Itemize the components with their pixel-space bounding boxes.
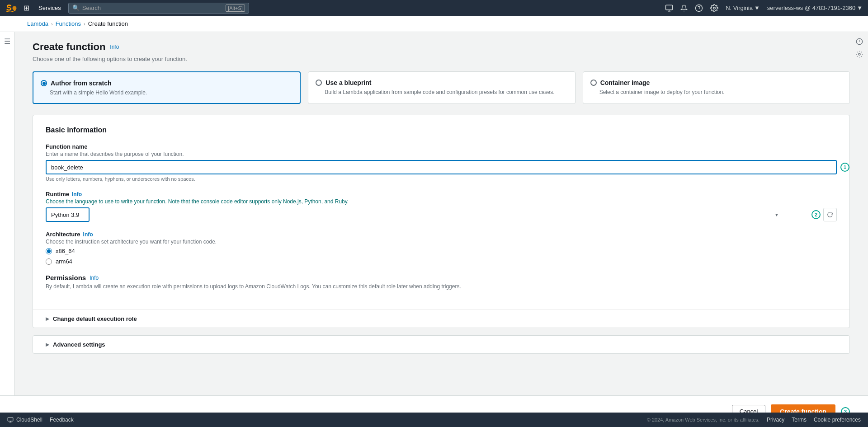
option-blueprint[interactable]: Use a blueprint Build a Lambda applicati… [308, 71, 575, 104]
cloudshell-label: CloudShell [16, 417, 42, 423]
account-chevron: ▼ [857, 5, 863, 11]
runtime-step-container: 2 [811, 208, 837, 221]
arch-x86-label: x86_64 [56, 248, 75, 254]
side-info-icon[interactable] [854, 36, 865, 47]
sidebar: ☰ [0, 32, 14, 427]
function-name-input[interactable] [46, 160, 837, 174]
arch-arm64-option[interactable]: arm64 [46, 258, 837, 265]
architecture-radio-group: x86_64 arm64 [46, 248, 837, 265]
option-author-desc: Start with a simple Hello World example. [50, 89, 292, 96]
basic-info-panel: Basic information Function name Enter a … [33, 115, 850, 328]
execution-role-label: Change default execution role [53, 315, 137, 322]
function-name-label: Function name [46, 143, 837, 150]
arch-arm64-radio[interactable] [46, 258, 52, 265]
advanced-settings-collapsible[interactable]: ▶ Advanced settings [33, 336, 849, 353]
function-name-hint: Enter a name that describes the purpose … [46, 151, 837, 157]
bell-icon[interactable] [680, 4, 688, 12]
aws-logo[interactable] [5, 4, 18, 12]
option-container-label: Container image [600, 79, 650, 86]
page-title-row: Create function Info [33, 41, 850, 53]
services-button[interactable]: Services [35, 3, 65, 13]
basic-info-body: Basic information Function name Enter a … [33, 115, 849, 310]
account-selector[interactable]: serverless-ws @ 4783-7191-2360 ▼ [767, 5, 863, 11]
permissions-desc: By default, Lambda will create an execut… [46, 283, 837, 290]
architecture-group: Architecture Info Choose the instruction… [46, 231, 837, 265]
runtime-step-badge: 2 [811, 210, 821, 219]
option-container[interactable]: Container image Select a container image… [583, 71, 850, 104]
execution-role-chevron: ▶ [46, 316, 49, 321]
nav-right: N. Virginia ▼ serverless-ws @ 4783-7191-… [665, 4, 863, 12]
breadcrumb-bar: Lambda › Functions › Create function [0, 16, 868, 32]
svg-point-7 [859, 53, 860, 55]
region-label: N. Virginia [726, 5, 753, 11]
search-input[interactable] [82, 5, 223, 11]
settings-icon[interactable] [710, 4, 718, 12]
runtime-select-wrapper: Python 3.9 Python 3.10 Python 3.11 Node.… [46, 207, 837, 222]
footer: CloudShell Feedback © 2024, Amazon Web S… [0, 413, 868, 427]
option-blueprint-label: Use a blueprint [326, 79, 371, 86]
arch-arm64-label: arm64 [56, 258, 72, 265]
search-icon: 🔍 [72, 5, 80, 11]
footer-copyright: © 2024, Amazon Web Services, Inc. or its… [647, 417, 760, 422]
advanced-settings-chevron: ▶ [46, 342, 49, 347]
option-author-from-scratch[interactable]: Author from scratch Start with a simple … [33, 71, 301, 104]
permissions-title-row: Permissions Info [46, 274, 837, 282]
right-side-icons [851, 32, 868, 64]
advanced-settings-label: Advanced settings [53, 341, 105, 348]
runtime-refresh-button[interactable] [823, 208, 837, 221]
runtime-select-container: Python 3.9 Python 3.10 Python 3.11 Node.… [46, 207, 808, 222]
permissions-info-link[interactable]: Info [90, 275, 99, 281]
option-blueprint-header: Use a blueprint [316, 79, 567, 86]
sidebar-toggle[interactable]: ☰ [2, 36, 13, 47]
svg-rect-8 [8, 418, 13, 421]
page-title: Create function [33, 41, 105, 53]
page-info-link[interactable]: Info [110, 44, 119, 50]
architecture-label-row: Architecture Info [46, 231, 837, 238]
breadcrumb-lambda[interactable]: Lambda [27, 20, 48, 27]
function-name-step-badge: 1 [840, 163, 849, 172]
option-blueprint-radio[interactable] [316, 80, 322, 86]
svg-rect-0 [666, 5, 673, 10]
arch-x86-option[interactable]: x86_64 [46, 248, 837, 254]
function-name-validation: Use only letters, numbers, hyphens, or u… [46, 176, 837, 182]
cloud-icon[interactable] [665, 4, 673, 12]
select-chevron-icon: ▼ [774, 212, 779, 217]
breadcrumb-current: Create function [88, 20, 128, 27]
top-navigation: ⊞ Services 🔍 [Alt+S] N. Virginia ▼ serve… [0, 0, 868, 16]
execution-role-collapsible[interactable]: ▶ Change default execution role [33, 310, 849, 328]
main-content: Create function Info Choose one of the f… [14, 32, 868, 427]
side-settings-icon[interactable] [854, 48, 865, 60]
option-cards: Author from scratch Start with a simple … [33, 71, 850, 104]
option-author-radio[interactable] [41, 80, 47, 86]
arch-x86-radio[interactable] [46, 248, 52, 254]
option-container-radio[interactable] [590, 80, 597, 86]
architecture-hint: Choose the instruction set architecture … [46, 239, 837, 245]
runtime-info-link[interactable]: Info [72, 191, 82, 197]
cookie-preferences-link[interactable]: Cookie preferences [814, 417, 861, 423]
grid-icon[interactable]: ⊞ [22, 2, 31, 14]
terms-link[interactable]: Terms [792, 417, 807, 423]
region-chevron: ▼ [754, 5, 760, 11]
account-label: serverless-ws @ 4783-7191-2360 [767, 5, 855, 11]
runtime-label-row: Runtime Info [46, 191, 837, 197]
function-name-group: Function name Enter a name that describe… [46, 143, 837, 182]
cloudshell-button[interactable]: CloudShell [7, 417, 42, 423]
function-name-input-row: 1 [46, 160, 837, 174]
search-shortcut: [Alt+S] [226, 5, 245, 12]
option-container-header: Container image [590, 79, 842, 86]
breadcrumb-functions[interactable]: Functions [56, 20, 81, 27]
option-author-radio-inner [42, 82, 46, 85]
region-selector[interactable]: N. Virginia ▼ [726, 5, 760, 11]
breadcrumb: Lambda › Functions › Create function [27, 20, 128, 27]
option-author-label: Author from scratch [51, 80, 112, 87]
feedback-button[interactable]: Feedback [50, 417, 74, 423]
breadcrumb-sep-1: › [51, 21, 53, 27]
privacy-link[interactable]: Privacy [767, 417, 784, 423]
svg-point-3 [713, 7, 716, 9]
runtime-select[interactable]: Python 3.9 Python 3.10 Python 3.11 Node.… [46, 207, 90, 222]
runtime-group: Runtime Info Choose the language to use … [46, 191, 837, 222]
permissions-title: Permissions [46, 274, 86, 282]
help-icon[interactable] [695, 4, 703, 12]
architecture-info-link[interactable]: Info [83, 231, 93, 238]
footer-left: CloudShell Feedback [7, 417, 74, 423]
